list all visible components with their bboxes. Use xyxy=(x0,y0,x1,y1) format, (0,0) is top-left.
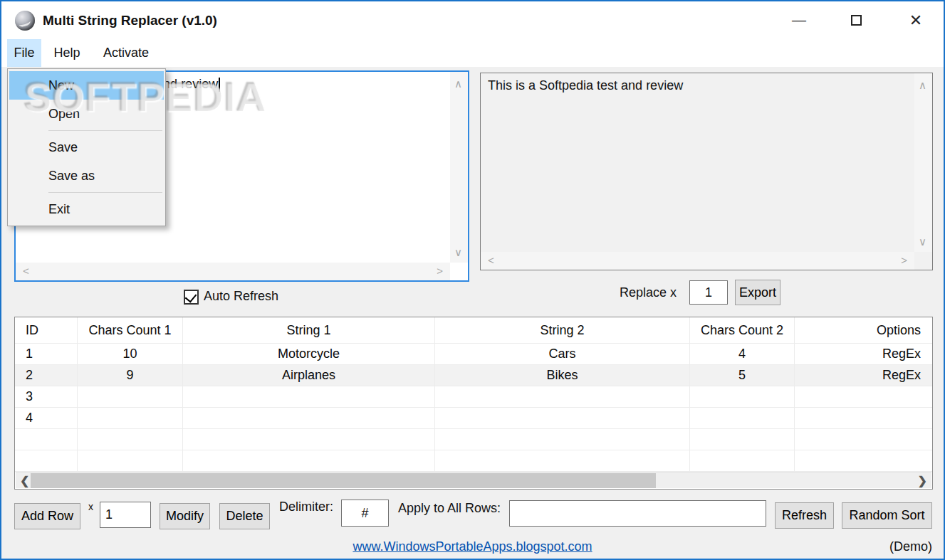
table-cell xyxy=(435,386,690,408)
source-vertical-scrollbar[interactable]: ∧ ∨ xyxy=(450,72,468,263)
source-horizontal-scrollbar[interactable]: < > xyxy=(16,263,450,280)
table-cell xyxy=(183,450,435,472)
column-header[interactable]: String 1 xyxy=(183,317,435,344)
table-row[interactable]: 110MotorcycleCars4RegEx xyxy=(15,344,932,365)
menu-bar: File Help Activate xyxy=(1,39,944,67)
column-header[interactable]: Chars Count 2 xyxy=(690,317,795,344)
app-icon xyxy=(15,11,35,31)
table-cell: RegEx xyxy=(795,344,932,365)
table-cell xyxy=(690,429,795,450)
menu-activate[interactable]: Activate xyxy=(94,39,158,67)
modify-button[interactable]: Modify xyxy=(160,503,210,529)
scroll-down-icon[interactable]: ∨ xyxy=(919,236,926,248)
delimiter-label: Delimiter: xyxy=(279,500,333,514)
table-cell xyxy=(183,408,435,429)
menu-item-save[interactable]: Save xyxy=(9,133,164,162)
menu-file[interactable]: File xyxy=(7,39,41,67)
column-header[interactable]: String 2 xyxy=(435,317,690,344)
table-cell xyxy=(690,450,795,472)
table-cell xyxy=(690,408,795,429)
menu-separator xyxy=(48,192,162,193)
table-cell xyxy=(795,408,932,429)
auto-refresh-label: Auto Refresh xyxy=(204,289,278,304)
scroll-up-icon[interactable]: ∧ xyxy=(454,78,462,90)
maximize-icon xyxy=(851,15,862,26)
replace-count-input[interactable]: 1 xyxy=(689,280,728,305)
add-row-button[interactable]: Add Row xyxy=(14,503,80,529)
table-row[interactable]: 29AirplanesBikes5RegEx xyxy=(15,365,932,386)
table-row[interactable] xyxy=(15,429,932,450)
table-header-row: IDChars Count 1String 1String 2Chars Cou… xyxy=(15,317,932,344)
random-sort-button[interactable]: Random Sort xyxy=(842,502,932,529)
scroll-down-icon[interactable]: ∨ xyxy=(454,246,462,259)
scroll-up-icon[interactable]: ∧ xyxy=(919,79,926,92)
table-cell xyxy=(795,450,932,472)
app-window: Multi String Replacer (v1.0) — ✕ File He… xyxy=(0,0,945,560)
table-cell: Motorcycle xyxy=(183,344,435,365)
table-cell: 3 xyxy=(15,386,78,408)
row-count-input[interactable]: 1 xyxy=(100,502,151,528)
menu-item-exit[interactable]: Exit xyxy=(9,195,164,223)
auto-refresh-checkbox[interactable] xyxy=(184,290,199,305)
scroll-left-icon[interactable]: < xyxy=(23,265,29,277)
table-cell xyxy=(435,429,690,450)
demo-badge: (Demo) xyxy=(889,539,932,554)
table-cell xyxy=(183,429,435,450)
table-cell xyxy=(78,450,183,472)
maximize-button[interactable] xyxy=(840,1,872,39)
column-header[interactable]: ID xyxy=(15,317,78,344)
scroll-right-icon[interactable]: > xyxy=(437,265,443,277)
table-cell: 9 xyxy=(78,365,183,386)
scroll-right-icon[interactable]: > xyxy=(901,254,907,266)
window-title: Multi String Replacer (v1.0) xyxy=(43,1,217,39)
rows-table: IDChars Count 1String 1String 2Chars Cou… xyxy=(14,317,933,490)
menu-item-new[interactable]: New xyxy=(9,71,164,100)
table-cell xyxy=(795,386,932,408)
text-caret xyxy=(219,78,220,92)
delete-button[interactable]: Delete xyxy=(219,503,270,529)
table-cell: Airplanes xyxy=(183,365,435,386)
table-cell xyxy=(78,429,183,450)
table-cell: 10 xyxy=(78,344,183,365)
minimize-icon: — xyxy=(792,12,806,28)
table-cell: 1 xyxy=(15,344,78,365)
table-cell: 2 xyxy=(15,365,78,386)
table-cell xyxy=(690,386,795,408)
column-header[interactable]: Options xyxy=(795,317,932,344)
scroll-left-icon[interactable]: < xyxy=(488,254,494,266)
replace-x-label: Replace x xyxy=(620,285,677,300)
table-cell: Bikes xyxy=(435,365,690,386)
menu-item-open[interactable]: Open xyxy=(9,100,164,128)
table-cell xyxy=(795,429,932,450)
scroll-right-icon[interactable]: ❯ xyxy=(918,472,927,489)
result-text: This is a Softpedia test and review xyxy=(488,78,683,93)
result-horizontal-scrollbar[interactable]: < > xyxy=(481,252,914,270)
table-row[interactable] xyxy=(15,450,932,472)
table-cell: RegEx xyxy=(795,365,932,386)
result-text-area[interactable]: This is a Softpedia test and review ∧ ∨ … xyxy=(480,73,933,270)
column-header[interactable]: Chars Count 1 xyxy=(78,317,183,344)
result-vertical-scrollbar[interactable]: ∧ ∨ xyxy=(914,73,932,252)
website-link[interactable]: www.WindowsPortableApps.blogspot.com xyxy=(353,539,592,554)
check-icon xyxy=(185,290,197,302)
scroll-left-icon[interactable]: ❮ xyxy=(20,472,29,489)
apply-all-rows-input[interactable] xyxy=(509,500,766,527)
title-bar: Multi String Replacer (v1.0) — ✕ xyxy=(1,1,944,39)
close-icon: ✕ xyxy=(909,11,922,30)
table-horizontal-scrollbar[interactable]: ❮ ❯ xyxy=(16,472,931,488)
table-cell xyxy=(15,429,78,450)
menu-item-save-as[interactable]: Save as xyxy=(9,162,164,190)
menu-help[interactable]: Help xyxy=(48,39,85,67)
minimize-button[interactable]: — xyxy=(783,1,815,39)
multiplier-label: x xyxy=(88,501,93,512)
table-cell xyxy=(15,450,78,472)
scrollbar-thumb[interactable] xyxy=(31,473,656,488)
table-body: 110MotorcycleCars4RegEx29AirplanesBikes5… xyxy=(15,344,932,472)
refresh-button[interactable]: Refresh xyxy=(775,502,834,529)
table-row[interactable]: 3 xyxy=(15,386,932,408)
export-button[interactable]: Export xyxy=(735,280,780,305)
table-cell: 4 xyxy=(690,344,795,365)
close-button[interactable]: ✕ xyxy=(899,1,932,39)
delimiter-input[interactable]: # xyxy=(341,500,389,527)
table-row[interactable]: 4 xyxy=(15,408,932,429)
